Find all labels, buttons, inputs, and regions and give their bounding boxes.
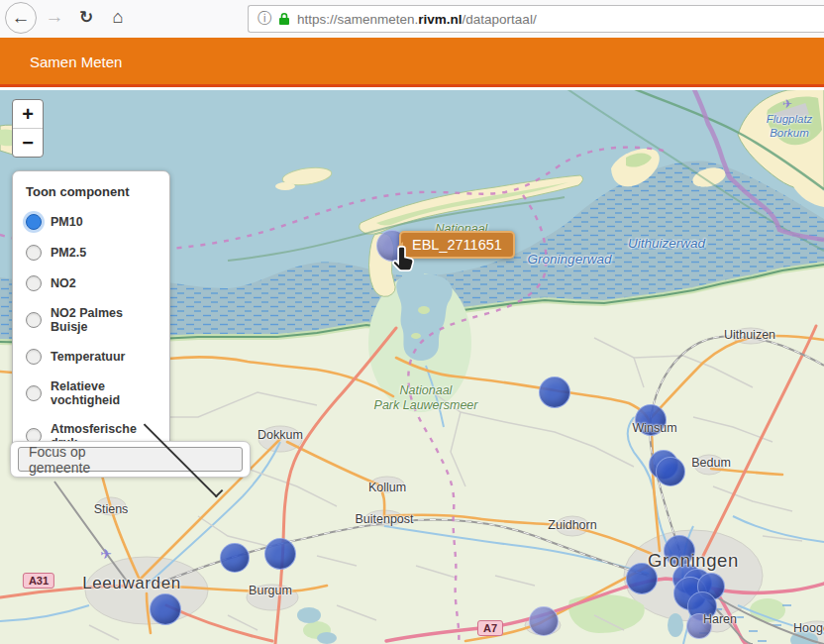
marker-tooltip-text: EBL_2711651 <box>412 237 502 253</box>
radio-icon[interactable] <box>26 245 42 261</box>
component-option-pm10[interactable]: PM10 <box>26 214 159 230</box>
gemeente-select[interactable]: Focus op gemeente <box>18 447 243 472</box>
sensor-marker[interactable] <box>656 457 685 486</box>
sensor-marker[interactable] <box>264 538 296 570</box>
component-option-label: PM2.5 <box>51 246 86 260</box>
url-text: https://samenmeten.rivm.nl/dataportaal/ <box>297 12 537 27</box>
gemeente-select-value: Focus op gemeente <box>29 444 130 476</box>
home-button[interactable]: ⌂ <box>103 2 133 32</box>
component-option-label: PM10 <box>51 215 83 229</box>
radio-icon[interactable] <box>26 214 42 230</box>
sensor-marker[interactable] <box>664 535 695 567</box>
page-info-icon[interactable]: ⓘ <box>258 10 271 28</box>
component-option-label: NO2 <box>51 276 76 290</box>
sensor-marker[interactable] <box>635 404 667 436</box>
sensor-marker[interactable] <box>539 376 570 408</box>
road-shield: A7 <box>477 620 503 636</box>
marker-tooltip: EBL_2711651 <box>399 231 515 259</box>
browser-toolbar: ← → ↻ ⌂ ⓘ https://samenmeten.rivm.nl/dat… <box>0 0 824 38</box>
component-option-no2-palmes-buisje[interactable]: NO2 Palmes Buisje <box>26 306 159 334</box>
radio-icon[interactable] <box>26 275 42 291</box>
radio-icon[interactable] <box>26 385 42 401</box>
radio-icon[interactable] <box>26 312 42 328</box>
radio-icon[interactable] <box>26 349 42 365</box>
component-option-label: Relatieve vochtigheid <box>51 379 159 407</box>
component-panel-title: Toon component <box>26 184 159 199</box>
back-button[interactable]: ← <box>5 2 37 34</box>
component-option-no2[interactable]: NO2 <box>26 275 159 291</box>
app-header: Samen Meten <box>0 38 824 87</box>
address-bar[interactable]: ⓘ https://samenmeten.rivm.nl/dataportaal… <box>248 5 824 33</box>
gemeente-dropdown-container: Focus op gemeente <box>10 441 251 478</box>
component-option-relatieve-vochtigheid[interactable]: Relatieve vochtigheid <box>26 379 159 407</box>
road-shield: A31 <box>23 573 54 589</box>
reload-button[interactable]: ↻ <box>71 2 101 32</box>
component-option-temperatuur[interactable]: Temperatuur <box>26 349 159 365</box>
component-list: PM10PM2.5NO2NO2 Palmes BuisjeTemperatuur… <box>26 214 159 450</box>
zoom-out-button[interactable]: − <box>13 129 43 157</box>
sensor-marker[interactable] <box>150 593 181 625</box>
sensor-marker[interactable] <box>220 543 250 573</box>
app-title: Samen Meten <box>30 54 122 70</box>
padlock-icon <box>278 12 290 26</box>
zoom-in-button[interactable]: + <box>13 100 43 129</box>
sensor-marker[interactable] <box>686 613 712 639</box>
sensor-marker[interactable] <box>529 606 559 636</box>
map-canvas[interactable]: DokkumKollumBuitenpostStiensLeeuwardenBu… <box>0 90 824 644</box>
component-option-pm2-5[interactable]: PM2.5 <box>26 245 159 261</box>
zoom-control: + − <box>12 99 44 158</box>
component-option-label: NO2 Palmes Buisje <box>51 306 159 334</box>
forward-button[interactable]: → <box>40 2 69 32</box>
component-option-label: Temperatuur <box>51 350 125 364</box>
sensor-marker[interactable] <box>626 563 658 594</box>
